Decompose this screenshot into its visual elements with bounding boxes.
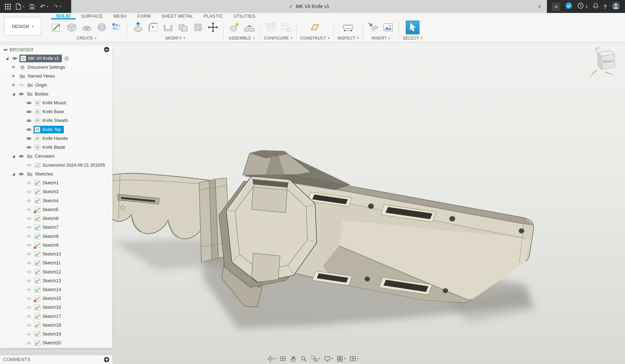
- visibility-off-icon[interactable]: [26, 304, 32, 310]
- workspace-switcher[interactable]: DESIGN ▾: [4, 17, 41, 36]
- item-name-box[interactable]: Knife Mount: [34, 99, 69, 107]
- browser-item-sketch12[interactable]: Sketch12: [0, 267, 113, 276]
- visibility-on-icon[interactable]: [26, 118, 32, 124]
- visibility-off-icon[interactable]: [26, 242, 32, 248]
- nav-grid-snap-button[interactable]: ▾: [337, 355, 345, 362]
- visibility-off-icon[interactable]: [26, 251, 32, 257]
- visibility-off-icon[interactable]: [26, 340, 32, 346]
- group-label-construct[interactable]: CONSTRUCT▾: [300, 35, 330, 42]
- item-name-box[interactable]: Sketch5: [34, 206, 62, 213]
- browser-item-sketch17[interactable]: Sketch17: [0, 312, 113, 321]
- group-label-modify[interactable]: MODIFY▾: [165, 35, 185, 42]
- nav-display-settings-button[interactable]: ▾: [324, 355, 333, 362]
- visibility-on-icon[interactable]: [18, 153, 24, 159]
- item-name-box[interactable]: Knife Top: [34, 125, 64, 133]
- tool-move-copy[interactable]: [206, 20, 219, 34]
- item-name-box[interactable]: Bodies: [26, 90, 51, 98]
- item-name-box[interactable]: MK VII Knife v1: [19, 55, 62, 62]
- visibility-off-icon[interactable]: [26, 198, 32, 204]
- item-name-box[interactable]: Sketch20: [34, 339, 64, 347]
- app-grid-icon[interactable]: [5, 3, 11, 10]
- item-name-box[interactable]: Sketches: [26, 170, 56, 178]
- tool-pattern[interactable]: [110, 20, 123, 34]
- item-name-box[interactable]: Sketch13: [34, 277, 64, 284]
- collapse-arrow-icon[interactable]: [6, 57, 9, 60]
- tab-surface[interactable]: SURFACE: [76, 14, 108, 19]
- visibility-on-icon[interactable]: [26, 100, 32, 106]
- browser-item-sketch5[interactable]: Sketch5: [0, 205, 113, 214]
- extensions-icon[interactable]: [565, 2, 573, 11]
- visibility-off-icon[interactable]: [26, 331, 32, 337]
- nav-zoom-button[interactable]: [300, 355, 307, 362]
- item-name-box[interactable]: Document Settings: [19, 63, 68, 71]
- visibility-off-icon[interactable]: [26, 224, 32, 230]
- item-name-box[interactable]: Named Views: [19, 72, 58, 80]
- visibility-off-icon[interactable]: [26, 215, 32, 221]
- item-name-box[interactable]: Sketch10: [34, 250, 64, 258]
- tool-new-component[interactable]: [227, 20, 241, 34]
- add-comment-icon[interactable]: [104, 357, 109, 362]
- item-name-box[interactable]: Screenshot 2024-09-21 201655: [34, 161, 108, 169]
- tool-fillet[interactable]: [146, 20, 160, 34]
- tool-joint[interactable]: [242, 20, 256, 34]
- browser-item-screenshot-2024-09-21-201655[interactable]: Screenshot 2024-09-21 201655: [0, 160, 113, 169]
- activate-component-icon[interactable]: [63, 55, 69, 61]
- file-icon[interactable]: [16, 3, 21, 10]
- tool-primitive-box[interactable]: [65, 20, 79, 34]
- browser-item-sketch13[interactable]: Sketch13: [0, 276, 113, 285]
- collapse-arrow-icon[interactable]: [12, 155, 15, 158]
- item-name-box[interactable]: Sketch18: [34, 321, 64, 329]
- notifications-bell-icon[interactable]: [593, 2, 599, 11]
- visibility-on-icon[interactable]: [12, 55, 18, 61]
- collapse-arrow-icon[interactable]: [12, 173, 15, 176]
- item-name-box[interactable]: Sketch1: [34, 179, 62, 186]
- browser-item-sketch6[interactable]: Sketch6: [0, 214, 113, 223]
- browser-item-named-views[interactable]: Named Views: [0, 72, 113, 81]
- item-name-box[interactable]: Sketch15: [34, 295, 64, 302]
- visibility-on-icon[interactable]: [26, 144, 32, 150]
- view-cube[interactable]: RIGHT x y z: [588, 45, 620, 78]
- visibility-off-icon[interactable]: [26, 278, 32, 284]
- item-name-box[interactable]: Origin: [26, 81, 50, 89]
- browser-item-sketch18[interactable]: Sketch18: [0, 321, 113, 329]
- group-label-configure[interactable]: CONFIGURE▾: [264, 35, 292, 42]
- item-name-box[interactable]: Sketch4: [34, 197, 62, 204]
- collapse-panel-icon[interactable]: ◀◀: [3, 48, 7, 51]
- tool-sphere[interactable]: [94, 20, 108, 34]
- visibility-off-icon[interactable]: [26, 188, 32, 195]
- group-label-create[interactable]: CREATE▾: [77, 35, 96, 42]
- browser-item-knife-handle[interactable]: Knife Handle: [0, 134, 113, 143]
- browser-item-knife-sheath[interactable]: Knife Sheath: [0, 116, 113, 125]
- nav-orbit-button[interactable]: ▾: [267, 355, 276, 362]
- expand-arrow-icon[interactable]: [12, 65, 15, 69]
- visibility-off-icon[interactable]: [26, 269, 32, 275]
- item-name-box[interactable]: Sketch9: [34, 241, 62, 249]
- tab-utilities[interactable]: UTILITIES: [228, 14, 261, 19]
- visibility-off-icon[interactable]: [19, 82, 25, 88]
- visibility-off-icon[interactable]: [26, 233, 32, 239]
- browser-item-mk-vii-knife-v1[interactable]: MK VII Knife v1: [0, 54, 113, 62]
- visibility-on-icon[interactable]: [26, 135, 32, 141]
- tool-insert-canvas[interactable]: [381, 20, 395, 34]
- group-label-assemble[interactable]: ASSEMBLE▾: [229, 35, 255, 42]
- browser-item-sketch20[interactable]: Sketch20: [0, 338, 113, 347]
- job-status-icon[interactable]: [577, 2, 584, 11]
- item-name-box[interactable]: Knife Base: [34, 108, 67, 115]
- item-name-box[interactable]: Canvases: [26, 152, 57, 160]
- group-label-insert[interactable]: INSERT▾: [372, 35, 390, 42]
- browser-item-sketches[interactable]: Sketches: [0, 169, 113, 178]
- tool-create-sketch[interactable]: [50, 20, 63, 34]
- tab-sheet-metal[interactable]: SHEET METAL: [156, 14, 198, 19]
- document-tab[interactable]: ✓ MK VII Knife v1 ×: [71, 0, 547, 13]
- browser-item-sketch1[interactable]: Sketch1: [0, 178, 113, 187]
- tab-plastic[interactable]: PLASTIC: [198, 14, 228, 19]
- tool-configuration-table[interactable]: [264, 20, 278, 34]
- browser-item-sketch14[interactable]: Sketch14: [0, 285, 113, 294]
- item-name-box[interactable]: Sketch11: [34, 259, 63, 267]
- new-tab-button[interactable]: +: [552, 2, 561, 11]
- collapse-arrow-icon[interactable]: [12, 92, 15, 95]
- browser-item-origin[interactable]: Origin: [0, 81, 113, 89]
- browser-item-sketch16[interactable]: Sketch16: [0, 303, 113, 312]
- expand-arrow-icon[interactable]: [12, 74, 15, 78]
- browser-item-knife-base[interactable]: Knife Base: [0, 107, 113, 116]
